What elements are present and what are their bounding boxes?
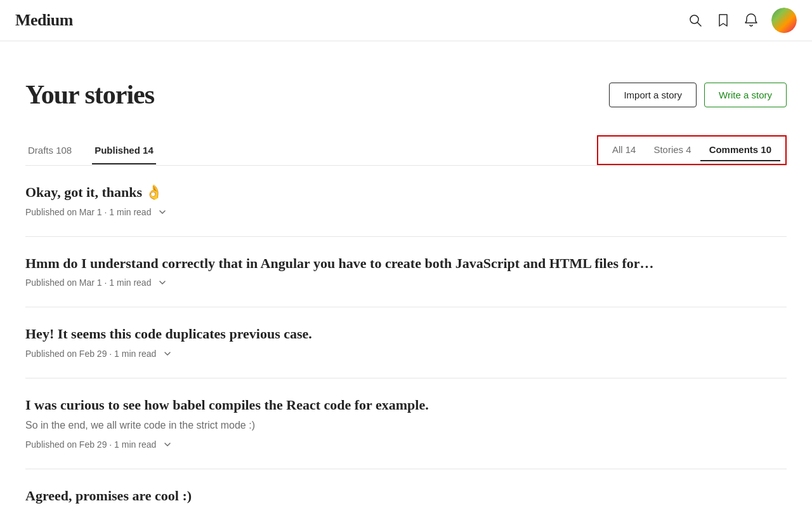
filter-all[interactable]: All 14 (603, 139, 645, 161)
avatar-image (771, 8, 797, 33)
story-meta-text: Published on Mar 1 · 1 min read (25, 277, 151, 288)
story-meta: Published on Mar 1 · 1 min read (25, 206, 787, 218)
chevron-down-icon[interactable] (161, 438, 174, 451)
filter-tabs: All 14 Stories 4 Comments 10 (597, 135, 787, 165)
filter-stories[interactable]: Stories 4 (645, 139, 700, 161)
tab-published[interactable]: Published 14 (92, 137, 156, 164)
write-story-button[interactable]: Write a story (704, 83, 787, 107)
story-meta: Published on Mar 1 · 1 min read (25, 276, 787, 289)
bookmark-icon[interactable] (716, 13, 731, 28)
story-item: Hey! It seems this code duplicates previ… (25, 307, 787, 378)
story-item: Agreed, promises are cool :) And soon we… (25, 469, 787, 508)
story-meta-text: Published on Feb 29 · 1 min read (25, 439, 156, 450)
story-title[interactable]: I was curious to see how babel compiles … (25, 396, 787, 415)
chevron-down-icon[interactable] (161, 347, 174, 360)
notification-icon[interactable] (743, 13, 759, 28)
chevron-down-icon[interactable] (156, 206, 169, 218)
story-meta: Published on Feb 29 · 1 min read (25, 438, 787, 451)
story-list: Okay, got it, thanks 👌 Published on Mar … (25, 166, 787, 508)
header: Medium (0, 0, 812, 41)
tab-drafts[interactable]: Drafts 108 (25, 137, 74, 164)
story-item: I was curious to see how babel compiles … (25, 378, 787, 470)
page-header: Your stories Import a story Write a stor… (25, 79, 787, 110)
import-story-button[interactable]: Import a story (609, 83, 697, 107)
logo[interactable]: Medium (15, 11, 73, 30)
story-meta: Published on Feb 29 · 1 min read (25, 347, 787, 360)
story-meta-text: Published on Feb 29 · 1 min read (25, 349, 156, 359)
header-actions (688, 8, 797, 33)
story-item: Okay, got it, thanks 👌 Published on Mar … (25, 166, 787, 237)
story-title[interactable]: Agreed, promises are cool :) (25, 487, 787, 505)
svg-line-1 (698, 23, 702, 27)
tabs-row: Drafts 108 Published 14 All 14 Stories 4… (25, 135, 787, 166)
story-item: Hmm do I understand correctly that in An… (25, 237, 787, 308)
filter-comments[interactable]: Comments 10 (700, 139, 780, 161)
search-icon[interactable] (688, 13, 703, 28)
story-title[interactable]: Hey! It seems this code duplicates previ… (25, 325, 787, 344)
story-excerpt: So in the end, we all write code in the … (25, 418, 787, 433)
story-title[interactable]: Hmm do I understand correctly that in An… (25, 255, 787, 273)
story-title[interactable]: Okay, got it, thanks 👌 (25, 184, 787, 202)
tabs-left: Drafts 108 Published 14 (25, 137, 174, 164)
chevron-down-icon[interactable] (156, 276, 169, 289)
page-title: Your stories (25, 79, 154, 110)
main-content: Your stories Import a story Write a stor… (0, 41, 812, 508)
page-actions: Import a story Write a story (609, 83, 787, 107)
story-meta-text: Published on Mar 1 · 1 min read (25, 207, 151, 217)
avatar[interactable] (771, 8, 797, 33)
